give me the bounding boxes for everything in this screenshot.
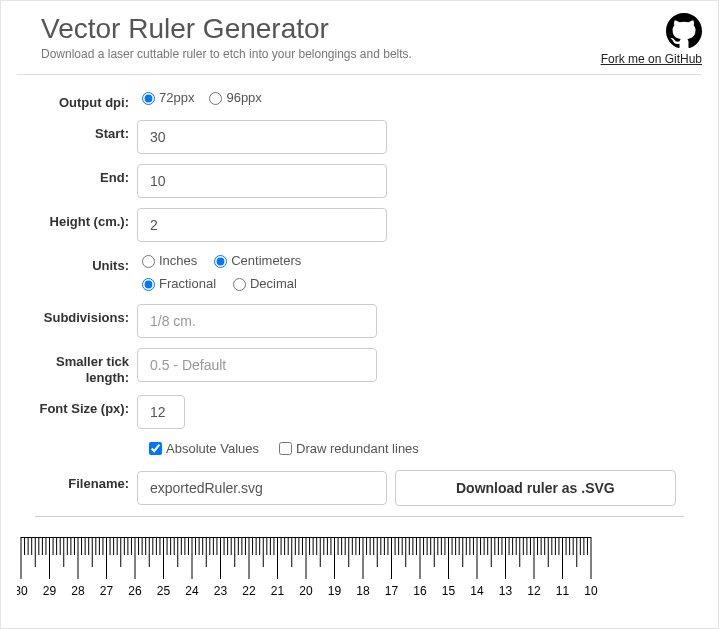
units-inches-radio[interactable]: [142, 255, 155, 268]
font-size-label: Font Size (px):: [17, 395, 137, 417]
svg-text:18: 18: [356, 584, 370, 598]
units-cm-text: Centimeters: [231, 253, 301, 268]
end-label: End:: [17, 164, 137, 185]
units-fractional-text: Fractional: [159, 276, 216, 291]
svg-text:25: 25: [157, 584, 171, 598]
svg-text:19: 19: [328, 584, 342, 598]
svg-text:12: 12: [527, 584, 541, 598]
ruler-scroll-area[interactable]: 3029282726252423222120191817161514131211…: [17, 537, 702, 620]
redundant-lines-text: Draw redundant lines: [296, 441, 419, 456]
smaller-tick-input[interactable]: [137, 348, 377, 382]
start-label: Start:: [17, 120, 137, 141]
units-label: Units:: [17, 252, 137, 273]
svg-text:23: 23: [214, 584, 228, 598]
height-input[interactable]: [137, 208, 387, 242]
units-fractional-radio[interactable]: [142, 278, 155, 291]
subdivisions-input[interactable]: [137, 304, 377, 338]
dpi-72-radio[interactable]: [142, 92, 155, 105]
units-decimal-radio[interactable]: [233, 278, 246, 291]
dpi-96-text: 96ppx: [226, 90, 261, 105]
svg-text:27: 27: [100, 584, 114, 598]
dpi-label: Output dpi:: [17, 89, 137, 110]
svg-text:13: 13: [499, 584, 513, 598]
svg-text:17: 17: [385, 584, 399, 598]
header-divider: [17, 74, 702, 75]
units-cm-radio[interactable]: [214, 255, 227, 268]
units-inches-text: Inches: [159, 253, 197, 268]
absolute-values-text: Absolute Values: [166, 441, 259, 456]
absolute-values-checkbox[interactable]: [149, 442, 162, 455]
page-title: Vector Ruler Generator: [41, 13, 601, 45]
page-subtitle: Download a laser cuttable ruler to etch …: [41, 47, 601, 61]
github-link[interactable]: Fork me on GitHub: [601, 52, 702, 66]
ruler-preview: 3029282726252423222120191817161514131211…: [17, 537, 599, 612]
form-divider: [35, 516, 684, 517]
filename-input[interactable]: [137, 471, 387, 505]
svg-text:26: 26: [128, 584, 142, 598]
svg-text:30: 30: [17, 584, 28, 598]
dpi-72-text: 72ppx: [159, 90, 194, 105]
start-input[interactable]: [137, 120, 387, 154]
svg-text:29: 29: [43, 584, 57, 598]
download-button[interactable]: Download ruler as .SVG: [395, 470, 676, 506]
height-label: Height (cm.):: [17, 208, 137, 229]
svg-text:22: 22: [242, 584, 256, 598]
units-decimal-text: Decimal: [250, 276, 297, 291]
svg-text:16: 16: [413, 584, 427, 598]
github-icon: [666, 13, 702, 52]
dpi-96-radio[interactable]: [209, 92, 222, 105]
font-size-input[interactable]: [137, 395, 185, 429]
svg-text:15: 15: [442, 584, 456, 598]
smaller-tick-label: Smaller tick length:: [17, 348, 137, 385]
svg-text:10: 10: [584, 584, 598, 598]
filename-label: Filename:: [17, 470, 137, 491]
subdivisions-label: Subdivisions:: [17, 304, 137, 325]
end-input[interactable]: [137, 164, 387, 198]
svg-text:14: 14: [470, 584, 484, 598]
svg-text:11: 11: [556, 584, 570, 598]
redundant-lines-checkbox[interactable]: [279, 442, 292, 455]
svg-text:21: 21: [271, 584, 285, 598]
svg-text:20: 20: [299, 584, 313, 598]
svg-text:24: 24: [185, 584, 199, 598]
svg-text:28: 28: [71, 584, 85, 598]
